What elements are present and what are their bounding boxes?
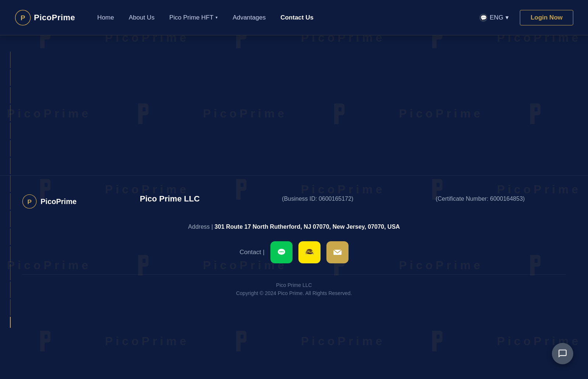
nav-about[interactable]: About Us [129,14,154,21]
footer-company-name: Pico Prime LLC [140,194,200,204]
email-contact-button[interactable] [326,241,349,263]
nav-home[interactable]: Home [97,14,114,21]
line-icon [276,246,287,258]
login-button[interactable]: Login Now [520,10,573,25]
footer-logo: P PicoPrime [22,194,77,209]
language-icon: 💬 [479,14,487,22]
nav-lang-label: ENG [490,14,503,21]
nav-links: Home About Us Pico Prime HFT ▾ Advantage… [97,14,472,21]
svg-text:P: P [21,14,25,22]
nav-language-selector[interactable]: 💬 ENG ▾ [479,14,509,22]
chat-icon [558,349,567,358]
nav-hft-label: Pico Prime HFT [169,14,213,21]
svg-text:TALK: TALK [305,250,314,253]
footer: P PicoPrime Pico Prime LLC (Business ID:… [0,175,588,307]
logo-icon: P [15,10,31,26]
chevron-down-icon: ▾ [216,15,218,20]
footer-top-row: P PicoPrime Pico Prime LLC (Business ID:… [22,194,566,209]
footer-logo-icon: P [22,194,37,209]
footer-contact-label: Contact | [239,249,265,256]
footer-company-info: Pico Prime LLC (Business ID: 0600165172)… [99,194,566,204]
lang-chevron-icon: ▾ [505,14,509,21]
footer-contact-row: Contact | TALK TALK [22,241,566,263]
footer-bottom: Pico Prime LLC Copyright © 2024 Pico Pri… [22,274,566,296]
main-content [0,35,588,146]
footer-logo-text: PicoPrime [41,197,77,206]
navbar: P PicoPrime Home About Us Pico Prime HFT… [0,0,588,35]
nav-advantages[interactable]: Advantages [232,14,266,21]
svg-point-8 [282,251,283,252]
nav-hft-dropdown[interactable]: Pico Prime HFT ▾ [169,14,218,21]
footer-certificate: (Certificate Number: 6000164853) [435,196,525,202]
svg-point-6 [279,251,280,252]
nav-logo[interactable]: P PicoPrime [15,10,75,26]
footer-copyright: Copyright © 2024 Pico Prime. All Rights … [22,290,566,296]
nav-logo-text: PicoPrime [34,13,75,22]
kakao-icon: TALK TALK [304,246,315,258]
svg-point-7 [281,251,282,252]
footer-address-row: Address | 301 Route 17 North Rutherford,… [22,224,566,230]
chat-button[interactable] [552,343,573,364]
footer-bottom-company-name: Pico Prime LLC [22,282,566,288]
kakao-contact-button[interactable]: TALK TALK [298,241,321,263]
footer-address-value: 301 Route 17 North Rutherford, NJ 07070,… [214,224,400,230]
svg-text:P: P [27,198,32,206]
line-contact-button[interactable] [270,241,293,263]
nav-contact[interactable]: Contact Us [280,14,314,21]
footer-address-label: Address | [188,224,213,230]
email-icon [332,246,343,258]
footer-business-id: (Business ID: 0600165172) [282,196,353,202]
